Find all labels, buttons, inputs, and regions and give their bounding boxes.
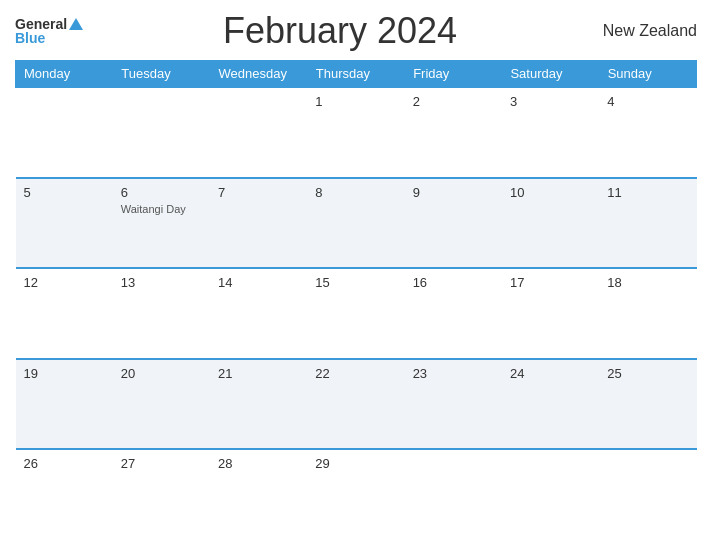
- day-cell: 28: [210, 449, 307, 540]
- weekday-header-monday: Monday: [16, 61, 113, 88]
- day-cell: [113, 87, 210, 178]
- day-cell: 9: [405, 178, 502, 269]
- day-cell: [16, 87, 113, 178]
- day-cell: 1: [307, 87, 404, 178]
- country-label: New Zealand: [597, 22, 697, 40]
- weekday-header-tuesday: Tuesday: [113, 61, 210, 88]
- day-number: 13: [121, 275, 202, 290]
- day-cell: 13: [113, 268, 210, 359]
- header: General Blue February 2024 New Zealand: [15, 10, 697, 52]
- weekday-header-sunday: Sunday: [599, 61, 696, 88]
- calendar-container: General Blue February 2024 New Zealand M…: [0, 0, 712, 550]
- logo-blue-text: Blue: [15, 31, 45, 45]
- day-cell: 17: [502, 268, 599, 359]
- day-number: 24: [510, 366, 591, 381]
- day-number: 2: [413, 94, 494, 109]
- day-number: 12: [24, 275, 105, 290]
- week-row-1: 1234: [16, 87, 697, 178]
- day-cell: 22: [307, 359, 404, 450]
- day-cell: 2: [405, 87, 502, 178]
- day-number: 5: [24, 185, 105, 200]
- day-cell: [599, 449, 696, 540]
- day-cell: 11: [599, 178, 696, 269]
- day-number: 10: [510, 185, 591, 200]
- weekday-header-wednesday: Wednesday: [210, 61, 307, 88]
- day-cell: 27: [113, 449, 210, 540]
- day-number: 25: [607, 366, 688, 381]
- day-cell: 12: [16, 268, 113, 359]
- day-number: 6: [121, 185, 202, 200]
- day-number: 16: [413, 275, 494, 290]
- day-number: 18: [607, 275, 688, 290]
- day-cell: 8: [307, 178, 404, 269]
- day-cell: [210, 87, 307, 178]
- day-number: 20: [121, 366, 202, 381]
- weekday-header-friday: Friday: [405, 61, 502, 88]
- day-cell: 10: [502, 178, 599, 269]
- logo: General Blue: [15, 17, 83, 45]
- weekday-header-saturday: Saturday: [502, 61, 599, 88]
- logo-general-text: General: [15, 17, 67, 31]
- day-number: 26: [24, 456, 105, 471]
- day-cell: 29: [307, 449, 404, 540]
- day-number: 1: [315, 94, 396, 109]
- day-cell: 4: [599, 87, 696, 178]
- day-cell: 23: [405, 359, 502, 450]
- week-row-2: 56Waitangi Day7891011: [16, 178, 697, 269]
- day-cell: 18: [599, 268, 696, 359]
- day-number: 23: [413, 366, 494, 381]
- week-row-4: 19202122232425: [16, 359, 697, 450]
- day-cell: 15: [307, 268, 404, 359]
- day-number: 11: [607, 185, 688, 200]
- day-number: 29: [315, 456, 396, 471]
- day-number: 8: [315, 185, 396, 200]
- day-cell: 24: [502, 359, 599, 450]
- logo-triangle-icon: [69, 18, 83, 30]
- holiday-label: Waitangi Day: [121, 203, 202, 215]
- day-number: 17: [510, 275, 591, 290]
- day-number: 9: [413, 185, 494, 200]
- day-cell: 5: [16, 178, 113, 269]
- day-number: 22: [315, 366, 396, 381]
- day-cell: 20: [113, 359, 210, 450]
- calendar-table: MondayTuesdayWednesdayThursdayFridaySatu…: [15, 60, 697, 540]
- week-row-3: 12131415161718: [16, 268, 697, 359]
- day-cell: 3: [502, 87, 599, 178]
- day-number: 21: [218, 366, 299, 381]
- day-cell: 14: [210, 268, 307, 359]
- day-number: 3: [510, 94, 591, 109]
- day-cell: 16: [405, 268, 502, 359]
- day-cell: 26: [16, 449, 113, 540]
- day-cell: [405, 449, 502, 540]
- day-number: 15: [315, 275, 396, 290]
- day-cell: 7: [210, 178, 307, 269]
- day-cell: 25: [599, 359, 696, 450]
- day-number: 4: [607, 94, 688, 109]
- day-number: 14: [218, 275, 299, 290]
- week-row-5: 26272829: [16, 449, 697, 540]
- day-number: 28: [218, 456, 299, 471]
- day-number: 19: [24, 366, 105, 381]
- day-number: 27: [121, 456, 202, 471]
- day-number: 7: [218, 185, 299, 200]
- day-cell: [502, 449, 599, 540]
- day-cell: 21: [210, 359, 307, 450]
- day-cell: 19: [16, 359, 113, 450]
- day-cell: 6Waitangi Day: [113, 178, 210, 269]
- weekday-header-thursday: Thursday: [307, 61, 404, 88]
- calendar-title: February 2024: [83, 10, 597, 52]
- weekday-header-row: MondayTuesdayWednesdayThursdayFridaySatu…: [16, 61, 697, 88]
